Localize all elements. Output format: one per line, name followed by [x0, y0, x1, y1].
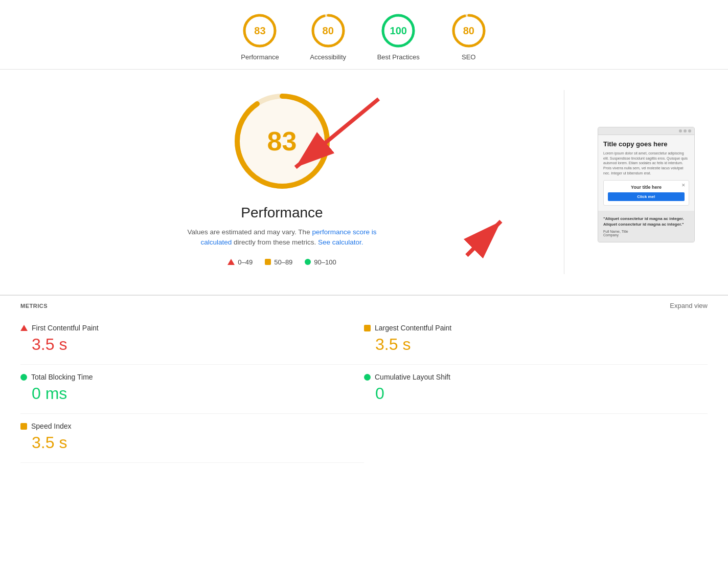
preview-page-title: Title copy goes here [603, 140, 689, 148]
preview-author: Full Name, Title [603, 230, 689, 233]
scores-bar: 83 Performance 80 Accessibility 100 Best… [0, 0, 728, 70]
preview-frame: Title copy goes here Lorem ipsum dolor s… [598, 127, 695, 242]
legend-range-mid: 50–89 [274, 258, 292, 266]
metric-item-tbt: Total Blocking Time 0 ms [20, 365, 364, 414]
metrics-grid: First Contentful Paint 3.5 s Largest Con… [20, 316, 708, 463]
preview-modal-button[interactable]: Click me! [608, 192, 685, 201]
metric-item-si: Speed Index 3.5 s [20, 414, 364, 463]
main-score-value: 83 [267, 126, 297, 157]
metric-header-si: Speed Index [20, 422, 364, 430]
legend-square-icon [265, 259, 271, 265]
metric-header-tbt: Total Blocking Time [20, 373, 364, 381]
metric-icon-lcp [364, 325, 371, 331]
metric-value-tbt: 0 ms [20, 384, 364, 403]
legend-item-mid: 50–89 [265, 258, 292, 266]
metric-icon-fcp [20, 325, 28, 331]
metric-header-cls: Cumulative Layout Shift [364, 373, 708, 381]
legend-dot-icon [305, 259, 311, 265]
expand-view-button[interactable]: Expand view [670, 302, 708, 309]
metric-item-fcp: First Contentful Paint 3.5 s [20, 316, 364, 365]
metric-name-si: Speed Index [31, 422, 72, 430]
score-value-best-practices: 100 [390, 25, 407, 37]
legend-range-low: 0–49 [238, 258, 253, 266]
left-panel: 83 Performance Values are estimated and … [20, 80, 543, 284]
preview-body-text: Lorem ipsum dolor sit amet, consectetur … [603, 151, 689, 176]
metric-name-fcp: First Contentful Paint [32, 324, 99, 332]
main-score-circle: 83 [231, 90, 333, 192]
score-item-best-practices[interactable]: 100 Best Practices [377, 12, 420, 61]
preview-dot-2 [684, 129, 687, 132]
score-item-seo[interactable]: 80 SEO [450, 12, 487, 61]
score-label-accessibility: Accessibility [310, 53, 346, 61]
metric-item-cls: Cumulative Layout Shift 0 [364, 365, 708, 414]
metrics-section-title: METRICS [20, 303, 48, 309]
right-panel: Title copy goes here Lorem ipsum dolor s… [585, 80, 708, 284]
desc-text-2: directly from these metrics. [234, 238, 318, 246]
score-circle-performance: 83 [241, 12, 278, 49]
preview-dots [679, 129, 691, 132]
legend-item-high: 90–100 [305, 258, 336, 266]
preview-top-bar [598, 127, 694, 135]
main-score-description: Values are estimated and may vary. The p… [175, 227, 390, 248]
legend-item-low: 0–49 [228, 258, 253, 266]
metric-value-cls: 0 [364, 384, 708, 403]
legend-range-high: 90–100 [314, 258, 336, 266]
score-value-performance: 83 [254, 25, 265, 37]
preview-quote-text: "Aliquet consectetur id magna ac integer… [603, 216, 689, 227]
preview-dot-3 [688, 129, 691, 132]
metric-value-si: 3.5 s [20, 433, 364, 452]
metric-name-cls: Cumulative Layout Shift [375, 373, 450, 381]
score-label-best-practices: Best Practices [377, 53, 420, 61]
score-circle-seo: 80 [450, 12, 487, 49]
metric-value-fcp: 3.5 s [20, 335, 364, 354]
metrics-section: METRICS Expand view First Contentful Pai… [0, 295, 728, 463]
preview-modal: ✕ Your title here Click me! [603, 180, 689, 206]
metric-icon-cls [364, 374, 371, 381]
metrics-header: METRICS Expand view [20, 296, 708, 316]
score-item-accessibility[interactable]: 80 Accessibility [310, 12, 347, 61]
score-circle-accessibility: 80 [310, 12, 347, 49]
preview-modal-close-icon: ✕ [681, 183, 686, 188]
score-legend: 0–49 50–89 90–100 [228, 258, 336, 266]
main-score-title: Performance [241, 205, 323, 221]
score-circle-best-practices: 100 [380, 12, 417, 49]
preview-dot-1 [679, 129, 682, 132]
score-item-performance[interactable]: 83 Performance [241, 12, 279, 61]
preview-company: Company [603, 233, 689, 237]
score-value-accessibility: 80 [323, 25, 334, 37]
score-label-seo: SEO [462, 53, 475, 61]
score-value-seo: 80 [463, 25, 474, 37]
preview-quote-section: "Aliquet consectetur id magna ac integer… [598, 211, 694, 242]
preview-body: Title copy goes here Lorem ipsum dolor s… [598, 135, 694, 211]
calculator-link[interactable]: See calculator. [318, 238, 363, 246]
vertical-divider [564, 90, 564, 274]
metric-item-lcp: Largest Contentful Paint 3.5 s [364, 316, 708, 365]
metric-icon-si [20, 423, 27, 430]
preview-modal-title: Your title here [608, 185, 685, 190]
score-label-performance: Performance [241, 53, 279, 61]
metric-name-lcp: Largest Contentful Paint [375, 324, 451, 332]
metric-icon-tbt [20, 374, 27, 381]
metric-name-tbt: Total Blocking Time [31, 373, 93, 381]
metric-value-lcp: 3.5 s [364, 335, 708, 354]
metric-header-lcp: Largest Contentful Paint [364, 324, 708, 332]
metric-header-fcp: First Contentful Paint [20, 324, 364, 332]
desc-text-1: Values are estimated and may vary. The [188, 228, 310, 236]
main-content: 83 Performance Values are estimated and … [0, 70, 728, 295]
legend-triangle-icon [228, 259, 235, 265]
